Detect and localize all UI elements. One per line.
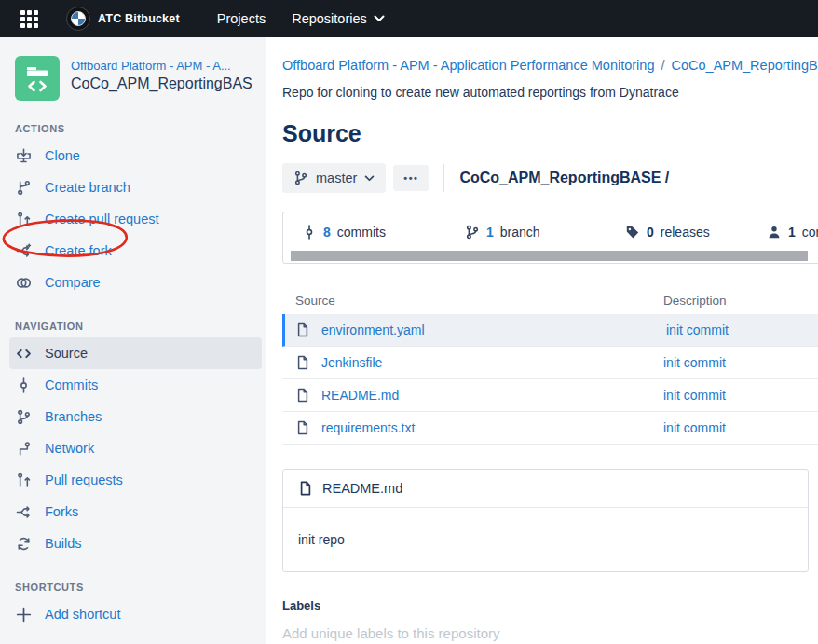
sidebar-item-label: Forks bbox=[45, 504, 78, 519]
labels-placeholder[interactable]: Add unique labels to this repository bbox=[282, 625, 818, 641]
current-path: CoCo_APM_ReportingBASE / bbox=[459, 170, 669, 186]
main-content: Offboard Platform - APM - Application Pe… bbox=[266, 37, 818, 641]
stat-count: 0 bbox=[647, 225, 654, 240]
table-row[interactable]: requirements.txt init commit bbox=[282, 412, 818, 445]
column-header-description: Description bbox=[663, 294, 727, 308]
stat-label: releases bbox=[661, 225, 710, 240]
file-link[interactable]: environment.yaml bbox=[321, 322, 425, 337]
file-table: Source Description environment.yaml init… bbox=[282, 286, 818, 445]
readme-content: init repo bbox=[283, 508, 808, 571]
stat-contributors[interactable]: 1 contributor bbox=[767, 225, 818, 240]
table-row[interactable]: README.md init commit bbox=[282, 379, 818, 412]
readme-filename: README.md bbox=[322, 481, 402, 496]
page-title: Source bbox=[282, 120, 818, 147]
stat-branches[interactable]: 1 branch bbox=[465, 225, 625, 240]
sidebar-item-network[interactable]: Network bbox=[0, 432, 266, 464]
builds-icon bbox=[15, 536, 32, 552]
stat-label: contributor bbox=[802, 225, 818, 240]
sidebar-item-commits[interactable]: Commits bbox=[0, 369, 266, 401]
file-table-header: Source Description bbox=[282, 286, 818, 314]
file-icon bbox=[295, 355, 310, 370]
nav-projects[interactable]: Projects bbox=[217, 11, 266, 26]
sidebar-repo-name: CoCo_APM_ReportingBASE bbox=[71, 75, 252, 94]
stat-label: commits bbox=[337, 225, 386, 240]
chevron-down-icon bbox=[364, 175, 375, 182]
scrollbar-thumb[interactable] bbox=[291, 251, 808, 261]
pull-requests-icon bbox=[15, 473, 32, 488]
chevron-down-icon bbox=[374, 15, 385, 22]
horizontal-scrollbar bbox=[283, 251, 818, 261]
stat-count: 1 bbox=[486, 225, 494, 240]
navigation-section-label: NAVIGATION bbox=[15, 321, 266, 332]
app-switcher-icon[interactable] bbox=[20, 10, 38, 28]
branch-selector-value: master bbox=[316, 171, 357, 185]
file-icon bbox=[295, 322, 310, 337]
sidebar-item-create-fork[interactable]: Create fork bbox=[0, 235, 266, 267]
forks-icon bbox=[15, 504, 32, 520]
clone-icon bbox=[15, 148, 32, 164]
sidebar-item-pull-requests[interactable]: Pull requests bbox=[0, 464, 266, 496]
stat-count: 8 bbox=[323, 225, 331, 240]
brand-home-link[interactable]: ATC Bitbucket bbox=[66, 7, 180, 31]
breadcrumb-repo-link[interactable]: CoCo_APM_ReportingBASE bbox=[672, 58, 818, 73]
labels-section: Labels Add unique labels to this reposit… bbox=[282, 598, 818, 641]
bmw-logo bbox=[66, 7, 90, 31]
table-row[interactable]: environment.yaml init commit bbox=[282, 314, 818, 347]
sidebar-item-source[interactable]: Source bbox=[9, 337, 262, 369]
actions-section-label: ACTIONS bbox=[15, 123, 266, 134]
stat-releases[interactable]: 0 releases bbox=[625, 225, 767, 240]
file-link[interactable]: Jenkinsfile bbox=[321, 355, 382, 370]
compare-icon bbox=[15, 275, 32, 291]
sidebar-item-label: Create fork bbox=[45, 243, 112, 258]
sidebar-item-forks[interactable]: Forks bbox=[0, 496, 266, 528]
repo-stats-bar: 8 commits 1 branch bbox=[282, 212, 818, 264]
file-link[interactable]: README.md bbox=[321, 388, 399, 403]
nav-repositories[interactable]: Repositories bbox=[292, 11, 385, 26]
sidebar-project-link[interactable]: Offboard Platform - APM - A... bbox=[71, 58, 252, 75]
labels-title: Labels bbox=[282, 598, 818, 612]
breadcrumb-separator: / bbox=[661, 58, 664, 73]
network-icon bbox=[15, 441, 32, 457]
top-navbar: ATC Bitbucket Projects Repositories bbox=[0, 0, 818, 37]
sidebar-item-clone[interactable]: Clone bbox=[0, 140, 266, 171]
commit-message-link[interactable]: init commit bbox=[663, 420, 726, 435]
repo-avatar-code-folder-icon[interactable] bbox=[15, 56, 60, 101]
sidebar-item-create-pull-request[interactable]: Create pull request bbox=[0, 203, 266, 235]
branch-selector-button[interactable]: master bbox=[282, 163, 386, 193]
more-options-button[interactable]: ••• bbox=[393, 165, 429, 191]
sidebar-item-branches[interactable]: Branches bbox=[0, 401, 266, 432]
file-icon bbox=[295, 420, 310, 435]
create-pull-request-icon bbox=[15, 212, 32, 227]
create-branch-icon bbox=[15, 180, 32, 196]
repo-description: Repo for cloning to create new automated… bbox=[282, 85, 818, 100]
app-name: ATC Bitbucket bbox=[98, 12, 180, 25]
sidebar-item-label: Pull requests bbox=[45, 473, 123, 487]
file-icon bbox=[298, 481, 313, 496]
file-icon bbox=[295, 388, 310, 403]
commit-message-link[interactable]: init commit bbox=[666, 322, 729, 337]
create-fork-icon bbox=[15, 243, 32, 259]
stat-count: 1 bbox=[788, 225, 796, 240]
breadcrumb-project-link[interactable]: Offboard Platform - APM - Application Pe… bbox=[282, 58, 654, 73]
commits-icon bbox=[15, 377, 32, 393]
sidebar-item-add-shortcut[interactable]: Add shortcut bbox=[0, 598, 266, 630]
sidebar-item-label: Commits bbox=[45, 377, 98, 392]
readme-header[interactable]: README.md bbox=[283, 470, 808, 508]
file-link[interactable]: requirements.txt bbox=[321, 420, 415, 435]
plus-icon bbox=[15, 607, 32, 623]
sidebar-item-builds[interactable]: Builds bbox=[0, 528, 266, 559]
sidebar: Offboard Platform - APM - A... CoCo_APM_… bbox=[0, 37, 266, 644]
sidebar-item-compare[interactable]: Compare bbox=[0, 267, 266, 298]
contributor-icon bbox=[767, 225, 782, 240]
toolbar-divider bbox=[443, 164, 444, 192]
source-icon bbox=[15, 346, 32, 362]
table-row[interactable]: Jenkinsfile init commit bbox=[282, 347, 818, 379]
commit-icon bbox=[302, 225, 317, 240]
branch-icon bbox=[293, 171, 308, 185]
commit-message-link[interactable]: init commit bbox=[663, 355, 726, 370]
stat-commits[interactable]: 8 commits bbox=[302, 225, 465, 240]
column-header-source: Source bbox=[295, 294, 335, 308]
sidebar-item-label: Network bbox=[45, 441, 94, 456]
sidebar-item-create-branch[interactable]: Create branch bbox=[0, 171, 266, 203]
commit-message-link[interactable]: init commit bbox=[663, 388, 726, 403]
